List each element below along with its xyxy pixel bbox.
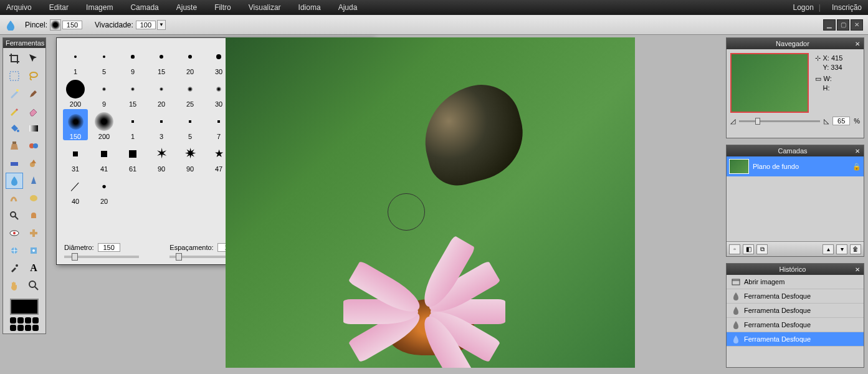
color-preset[interactable] xyxy=(32,317,39,324)
brush-preset[interactable]: 41 xyxy=(92,141,117,173)
brush-preset[interactable]: 1 xyxy=(63,44,88,75)
type-tool[interactable]: A xyxy=(25,260,42,276)
color-preset[interactable] xyxy=(10,325,16,331)
bloat-tool[interactable] xyxy=(6,242,23,259)
brush-preset[interactable]: 25 xyxy=(178,77,203,108)
brush-preset[interactable]: 1 xyxy=(120,109,145,140)
layer-item[interactable]: Plano de fundo 🔒 xyxy=(727,156,864,176)
canvas[interactable] xyxy=(226,37,635,368)
zoom-input[interactable] xyxy=(832,117,850,125)
color-replace-tool[interactable] xyxy=(25,138,42,154)
lock-icon[interactable]: 🔒 xyxy=(852,163,861,171)
logon-link[interactable]: Logon xyxy=(793,3,813,12)
lasso-tool[interactable] xyxy=(25,68,42,84)
history-close-icon[interactable]: ✕ xyxy=(855,266,860,273)
brush-preset[interactable]: 3 xyxy=(149,109,174,140)
sponge-tool[interactable] xyxy=(25,190,42,206)
delete-layer-button[interactable]: 🗑 xyxy=(850,244,861,254)
zoom-slider[interactable] xyxy=(739,120,820,122)
brush-preset[interactable]: 5 xyxy=(92,44,117,75)
menu-camada[interactable]: Camada xyxy=(130,3,158,12)
brush-preset[interactable]: 15 xyxy=(120,77,145,108)
crop-tool[interactable] xyxy=(6,50,23,67)
shape-tool[interactable] xyxy=(25,155,42,171)
menu-filtro[interactable]: Filtro xyxy=(214,3,231,12)
menu-imagem[interactable]: Imagem xyxy=(86,3,113,12)
sharpen-tool[interactable] xyxy=(25,173,42,189)
color-preset[interactable] xyxy=(17,325,24,331)
menu-idioma[interactable]: Idioma xyxy=(298,3,321,12)
foreground-color[interactable] xyxy=(10,299,39,315)
hand-tool[interactable] xyxy=(6,277,23,294)
vivacity-input[interactable] xyxy=(136,21,156,29)
draw-tool[interactable] xyxy=(6,155,23,171)
eyedropper-tool[interactable] xyxy=(6,260,23,276)
brush-preset[interactable]: ●20 xyxy=(92,174,117,205)
color-preset[interactable] xyxy=(25,317,31,324)
menu-arquivo[interactable]: Arquivo xyxy=(6,3,32,12)
duplicate-layer-button[interactable]: ⧉ xyxy=(756,244,768,254)
redeye-tool[interactable] xyxy=(6,225,23,241)
burn-tool[interactable] xyxy=(25,208,42,224)
menu-editar[interactable]: Editar xyxy=(49,3,69,12)
navigator-thumbnail[interactable] xyxy=(730,53,809,113)
history-item[interactable]: Ferramenta Desfoque xyxy=(727,289,864,304)
pinch-tool[interactable] xyxy=(25,242,42,259)
navigator-close-icon[interactable]: ✕ xyxy=(855,41,860,47)
brush-preset[interactable]: 200 xyxy=(63,77,88,108)
brush-preview-icon[interactable] xyxy=(50,19,61,31)
smudge-tool[interactable] xyxy=(6,190,23,206)
diameter-input[interactable] xyxy=(98,243,120,252)
brush-preset[interactable]: 20 xyxy=(149,77,174,108)
brush-preset[interactable]: 31 xyxy=(63,141,88,173)
dodge-tool[interactable] xyxy=(6,208,23,224)
brush-preset[interactable]: ✶90 xyxy=(149,141,174,173)
layer-up-button[interactable]: ▴ xyxy=(823,244,834,254)
window-minimize-button[interactable]: ▁ xyxy=(823,19,836,31)
spot-heal-tool[interactable] xyxy=(25,225,42,241)
menu-ajuste[interactable]: Ajuste xyxy=(176,3,197,12)
menu-visualizar[interactable]: Visualizar xyxy=(249,3,281,12)
brush-preset[interactable]: ✷90 xyxy=(178,141,203,173)
history-item[interactable]: Ferramenta Desfoque xyxy=(727,318,864,332)
diameter-slider[interactable] xyxy=(64,256,139,258)
gradient-tool[interactable] xyxy=(25,120,42,137)
inscricao-link[interactable]: Inscrição xyxy=(832,3,862,12)
color-preset[interactable] xyxy=(32,325,39,331)
move-tool[interactable] xyxy=(25,50,42,67)
zoom-out-icon[interactable]: ◿ xyxy=(730,117,735,125)
history-item[interactable]: Ferramenta Desfoque xyxy=(727,304,864,318)
window-maximize-button[interactable]: ▢ xyxy=(837,19,849,31)
color-preset[interactable] xyxy=(25,325,31,331)
wand-tool[interactable] xyxy=(6,85,23,102)
brush-preset[interactable]: 20 xyxy=(178,44,203,75)
layers-close-icon[interactable]: ✕ xyxy=(855,148,860,155)
zoom-tool[interactable] xyxy=(25,277,42,294)
layer-mask-button[interactable]: ◧ xyxy=(743,244,754,254)
brush-preset[interactable]: 9 xyxy=(92,77,117,108)
brush-preset[interactable]: 150 xyxy=(63,109,88,140)
brush-preset[interactable]: 5 xyxy=(178,109,203,140)
history-item[interactable]: Ferramenta Desfoque xyxy=(727,332,864,347)
color-preset[interactable] xyxy=(10,317,16,324)
brush-tool[interactable] xyxy=(25,85,42,102)
eraser-tool[interactable] xyxy=(25,103,42,119)
brush-size-input[interactable] xyxy=(62,21,82,29)
brush-preset[interactable]: 200 xyxy=(92,109,117,140)
clone-tool[interactable] xyxy=(6,138,23,154)
window-close-button[interactable]: ✕ xyxy=(851,19,863,31)
zoom-in-icon[interactable]: ◺ xyxy=(824,117,829,125)
new-layer-button[interactable]: ▫ xyxy=(729,244,740,254)
history-item[interactable]: Abrir imagem xyxy=(727,275,864,289)
color-preset[interactable] xyxy=(17,317,24,324)
vivacity-dropdown[interactable]: ▼ xyxy=(157,20,166,30)
blur-tool[interactable] xyxy=(6,173,23,189)
brush-preset[interactable]: 61 xyxy=(120,141,145,173)
layer-down-button[interactable]: ▾ xyxy=(836,244,847,254)
brush-preset[interactable]: ／40 xyxy=(63,174,88,205)
marquee-tool[interactable] xyxy=(6,68,23,84)
brush-preset[interactable]: 15 xyxy=(149,44,174,75)
bucket-tool[interactable] xyxy=(6,120,23,137)
brush-preset[interactable]: 9 xyxy=(120,44,145,75)
menu-ajuda[interactable]: Ajuda xyxy=(338,3,358,12)
